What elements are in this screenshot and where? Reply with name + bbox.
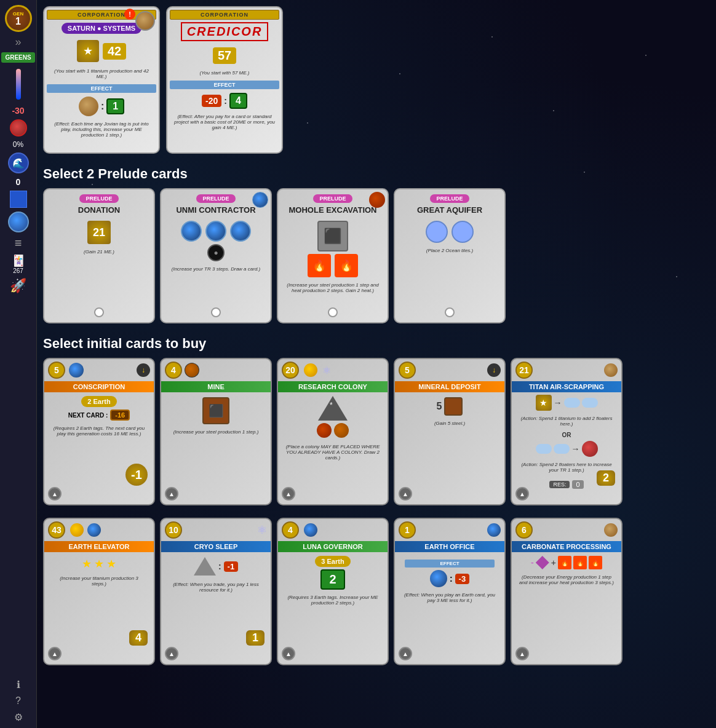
unmi-contractor-card[interactable]: PRELUDE UNMI CONTRACTOR ● (Increase your…	[160, 188, 272, 323]
card-title: EARTH OFFICE	[395, 541, 504, 552]
saturn-systems-card[interactable]: CORPORATION SATURN ● SYSTEMS ! ★ 42 (You…	[43, 6, 160, 154]
luna-governor-card[interactable]: 4 LUNA GOVERNOR 3 Earth 2 (Requires 3 Ea…	[277, 518, 389, 665]
card-title: CRYO SLEEP	[161, 541, 271, 552]
card-header: 6	[512, 519, 621, 541]
card-bottom-btn[interactable]: ▲	[165, 647, 178, 660]
donation-card[interactable]: PRELUDE DONATION 21 (Gain 21 ME.)	[43, 188, 155, 323]
help-button[interactable]: ?	[15, 695, 21, 706]
titan-air-scrapping-card[interactable]: 21 TITAN AIR-SCRAPPING ★ → (Action: Spen…	[511, 358, 623, 505]
star-tag	[304, 363, 317, 377]
star-icons-row: ★ ★ ★	[82, 557, 116, 571]
globe-icon[interactable]	[8, 212, 29, 232]
saturn-planet-icon	[135, 11, 155, 31]
effect-bar: EFFECT	[170, 81, 279, 89]
cost-badge: 20	[282, 362, 299, 379]
cloud-3	[536, 444, 552, 454]
card-text: (Action: Spend 1 titanium to add 2 float…	[514, 413, 619, 429]
card-bottom-btn[interactable]: ▲	[515, 487, 529, 501]
bottom-val: 2	[597, 470, 615, 486]
earth-icon	[181, 221, 202, 242]
card-select-radio[interactable]	[94, 307, 104, 317]
card-text: (Place 2 Ocean tiles.)	[423, 245, 477, 256]
effect-desc: (Effect: Each time any Jovian tag is put…	[44, 120, 159, 143]
card-bottom-btn[interactable]: ▲	[399, 647, 412, 660]
card-bottom-btn[interactable]: ▲	[399, 487, 412, 501]
gen-number: 1	[15, 17, 21, 26]
energy-row: - + 🔥 🔥 🔥	[531, 556, 602, 569]
heat-icon: 🔥	[558, 556, 571, 569]
steel-icon: ⬛	[202, 397, 229, 424]
planet-red	[317, 423, 332, 438]
ocean-icons-row	[426, 221, 474, 243]
expand-button[interactable]: »	[15, 36, 21, 49]
card-bottom-btn[interactable]: ▲	[48, 487, 62, 501]
blue-square[interactable]	[10, 191, 27, 208]
or-label: OR	[562, 432, 571, 438]
menu-icon[interactable]: ≡	[15, 236, 22, 250]
heat-icon-2: 🔥	[573, 556, 587, 569]
earth-office-card[interactable]: 1 EARTH OFFICE EFFECT : -3 (Effect: When…	[394, 518, 506, 665]
conscription-card[interactable]: 5 ↓ CONSCRIPTION 2 Earth NEXT CARD : -16…	[43, 358, 155, 505]
cost-badge: 21	[515, 362, 533, 379]
mega-value: 57	[213, 47, 236, 64]
effect-cost: -3	[455, 574, 470, 584]
card-content: 5 (Gain 5 steel.)	[395, 392, 504, 433]
card-title: MINERAL DEPOSIT	[395, 381, 504, 392]
card-header: 5 ↓	[44, 359, 154, 381]
heat-icon-1: 🔥	[308, 254, 331, 277]
cryo-sleep-card[interactable]: 10 ⚛ CRYO SLEEP : -1 (Effect: When you t…	[160, 518, 272, 665]
mega-value: 42	[103, 43, 126, 60]
card-bottom-btn[interactable]: ▲	[48, 647, 62, 660]
earth-tag	[69, 363, 84, 378]
card-bottom-btn[interactable]: ▲	[282, 647, 295, 660]
earth-tag	[304, 523, 317, 537]
card-header: 20 ⚛	[278, 359, 388, 381]
corp-mega-row: ★ 42	[44, 36, 159, 66]
card-select-radio[interactable]	[328, 307, 338, 317]
cost-badge: 43	[48, 521, 65, 539]
card-text: (Requires 2 Earth tags. The next card yo…	[48, 423, 150, 439]
credicor-card[interactable]: CORPORATION CREDICOR 57 (You start with …	[166, 6, 283, 154]
card-title: RESEARCH COLONY	[278, 381, 388, 392]
earth-elevator-card[interactable]: 43 EARTH ELEVATOR ★ ★ ★ (Increase your t…	[43, 518, 155, 665]
ocean-tile-1	[426, 221, 448, 243]
cloud-2	[582, 398, 598, 408]
steel-count: 5	[437, 401, 442, 412]
research-colony-card[interactable]: 20 ⚛ RESEARCH COLONY * (Place a colony M…	[277, 358, 389, 505]
card-text: (Effect: When you trade, you pay 1 less …	[166, 579, 266, 595]
card-bottom-btn[interactable]: ▲	[282, 487, 295, 501]
mohole-excavation-card[interactable]: PRELUDE MOHOLE EXCAVATION ⬛ 🔥 🔥 (Increas…	[277, 188, 389, 323]
mars-tag-sm	[185, 363, 199, 377]
rocket-icon[interactable]: 🚀	[10, 278, 26, 294]
earth-req-label: 3 Earth	[315, 556, 350, 567]
warning-icon: !	[124, 9, 135, 20]
card-title: DONATION	[44, 203, 154, 218]
mineral-deposit-card[interactable]: 5 ↓ MINERAL DEPOSIT 5 (Gain 5 steel.) ▲	[394, 358, 506, 505]
heat-icon-2: 🔥	[335, 254, 358, 277]
arrow-down: ↓	[487, 363, 501, 377]
carbonate-processing-card[interactable]: 6 CARBONATE PROCESSING - + 🔥 🔥 🔥	[511, 518, 623, 665]
card-content: ⬛ (Increase your steel production 1 step…	[161, 392, 271, 442]
mine-card[interactable]: 4 MINE ⬛ (Increase your steel production…	[160, 358, 272, 505]
star-1: ★	[82, 557, 92, 571]
great-aquifer-card[interactable]: PRELUDE GREAT AQUIFER (Place 2 Ocean til…	[394, 188, 506, 323]
card-bottom-btn[interactable]: ▲	[165, 487, 178, 501]
colony-triangle: *	[318, 396, 348, 421]
card-title: CONSCRIPTION	[44, 381, 154, 392]
card-select-radio[interactable]	[211, 307, 221, 317]
card-text: (Increase your steel production 1 step a…	[280, 280, 385, 296]
cards-icon[interactable]: 🃏 267	[12, 254, 25, 274]
effect-gain: 4	[229, 93, 247, 109]
greens-button[interactable]: GREENS	[1, 52, 34, 63]
card-bottom-btn[interactable]: ▲	[515, 647, 529, 660]
card-select-radio[interactable]	[445, 307, 455, 317]
card-text: (Decrease your Energy production 1 step …	[515, 572, 618, 588]
info-button[interactable]: ℹ	[17, 679, 20, 690]
atom-tag: ⚛	[320, 363, 333, 377]
card-body: ⬛ 🔥 🔥 (Increase your steel production 1 …	[278, 218, 388, 298]
settings-button[interactable]: ⚙	[14, 711, 23, 723]
corp-desc: (You start with 57 ME.)	[167, 68, 282, 78]
prelude-section-title: Select 2 Prelude cards	[43, 166, 710, 182]
ocean-icon[interactable]: 🌊	[8, 152, 29, 173]
tr-icon	[582, 441, 598, 457]
